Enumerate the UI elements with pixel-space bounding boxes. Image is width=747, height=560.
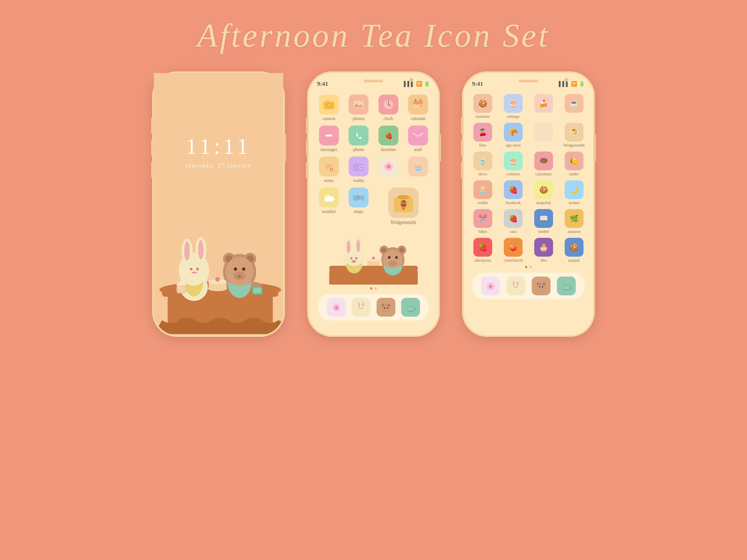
app-messages[interactable]: messages xyxy=(315,126,342,152)
right-battery-icon: 🔋 xyxy=(579,81,585,87)
hm-icon: ✂️ xyxy=(473,209,492,228)
icon-settings[interactable]: 🎂 settings xyxy=(499,94,527,119)
center-status-time: 9:41 xyxy=(317,80,328,87)
app-calendar[interactable]: calendar xyxy=(405,95,432,121)
icon-zara[interactable]: 🍓 zara xyxy=(499,209,527,234)
calendar-label: calendar xyxy=(411,116,426,121)
mail-label: mail xyxy=(414,147,422,152)
appstore-label: app store xyxy=(506,143,521,148)
icon-cup[interactable]: ☕ xyxy=(560,94,588,119)
icon-tinder[interactable]: 🍋 tinder xyxy=(560,152,588,177)
svg-point-23 xyxy=(242,267,246,271)
icon-paypal[interactable]: 🍪 paypal xyxy=(560,238,588,263)
app-notes[interactable]: notes xyxy=(315,157,342,183)
camera-label: camera xyxy=(323,116,335,121)
app-widgetsmith-center[interactable]: 🏺 Widgetsmith xyxy=(375,187,432,225)
svg-text:🍋: 🍋 xyxy=(570,157,579,165)
svg-point-86 xyxy=(350,257,353,259)
icon-files[interactable]: 🍒 files xyxy=(469,123,497,148)
svg-point-156 xyxy=(538,284,544,290)
app-phone[interactable]: phone xyxy=(345,126,372,152)
icon-snapchat[interactable]: 🍪 snapchat xyxy=(530,180,558,205)
app-cake[interactable]: 🧁 xyxy=(405,157,432,183)
date-display: thursday, 27 january xyxy=(186,162,252,169)
svg-point-73 xyxy=(324,197,330,202)
svg-point-153 xyxy=(537,283,540,285)
dock-tea[interactable] xyxy=(401,298,420,317)
contacts-label: contacts xyxy=(506,172,520,177)
svg-text:🥐: 🥐 xyxy=(509,128,518,137)
svg-text:🌸: 🌸 xyxy=(332,303,341,312)
svg-point-155 xyxy=(543,283,545,285)
icon-hbo[interactable]: 🎂 hbo xyxy=(530,238,558,263)
app-flower[interactable]: 🌸 xyxy=(375,157,402,183)
icon-crunchyroll[interactable]: 🍑 crunchyroll xyxy=(499,238,527,263)
icon-appstore[interactable]: 🥐 app store xyxy=(499,123,527,148)
svg-rect-119 xyxy=(408,311,413,312)
icon-calculator[interactable]: 🍩 calculator xyxy=(530,152,558,177)
dock-flower[interactable]: 🌸 xyxy=(327,298,346,317)
app-photos[interactable]: photos xyxy=(345,95,372,121)
phone-left: 11:11 thursday, 27 january xyxy=(152,71,285,337)
right-dock-bear[interactable] xyxy=(532,276,550,295)
svg-text:🍩: 🍩 xyxy=(539,157,548,165)
snapchat-icon: 🍪 xyxy=(534,180,553,199)
svg-point-88 xyxy=(352,260,356,263)
icon-aliexpress[interactable]: 🍓 aliexpress xyxy=(469,238,497,263)
svg-point-111 xyxy=(382,304,384,306)
files-label: files xyxy=(479,143,486,148)
icon-hm[interactable]: ✂️ h&m xyxy=(469,209,497,234)
paypal-icon: 🍪 xyxy=(565,238,584,257)
svg-point-7 xyxy=(198,240,204,259)
svg-text:🍵: 🍵 xyxy=(478,157,488,165)
tinder-icon: 🍋 xyxy=(565,152,584,170)
right-signal-icon: ▌▌▌ xyxy=(559,81,569,87)
icon-facebook[interactable]: 🍓 facebook xyxy=(499,180,527,205)
dock-rabbit[interactable] xyxy=(352,298,370,317)
app-clock[interactable]: clock xyxy=(375,95,402,121)
svg-point-97 xyxy=(395,256,398,259)
cake-icon: 🧁 xyxy=(408,157,428,177)
svg-text:🎂: 🎂 xyxy=(509,99,518,108)
icon-tumblr[interactable]: 📖 tumblr xyxy=(530,209,558,234)
app-weather[interactable]: weather xyxy=(315,187,342,225)
right-dock-rabbit[interactable] xyxy=(506,276,525,295)
svg-point-116 xyxy=(387,308,388,309)
app-camera[interactable]: camera xyxy=(315,95,342,121)
right-dock-tea[interactable] xyxy=(557,276,576,295)
right-dock-flower[interactable]: 🌸 xyxy=(481,276,500,295)
icon-widgetsmith-right[interactable]: 🍮 Widgetsmith xyxy=(560,123,588,148)
svg-text:🎂: 🎂 xyxy=(539,243,548,252)
tumblr-icon: 📖 xyxy=(534,209,553,228)
icon-reddit[interactable]: 🧁 reddit xyxy=(469,180,497,205)
icon-amazon[interactable]: 🌿 amazon xyxy=(560,209,588,234)
right-page-dots xyxy=(525,266,532,268)
svg-point-85 xyxy=(356,239,360,252)
tumblr-label: tumblr xyxy=(538,229,549,234)
svg-point-148 xyxy=(517,281,518,286)
app-mail[interactable]: mail xyxy=(405,126,432,152)
paypal-label: paypal xyxy=(569,258,579,263)
svg-point-53 xyxy=(328,134,330,137)
icon-drive[interactable]: 🍵 drive xyxy=(469,152,497,177)
app-facetime[interactable]: 🍓 facetime xyxy=(375,126,402,152)
svg-text:🍓: 🍓 xyxy=(509,214,518,223)
app-screen: camera photos clock xyxy=(309,89,438,335)
icon-translate[interactable]: 🍪 translate xyxy=(469,94,497,119)
svg-point-104 xyxy=(358,302,360,307)
svg-point-149 xyxy=(514,287,515,288)
wallet-icon xyxy=(349,157,368,177)
dock-bear[interactable] xyxy=(377,298,395,317)
phones-row: 11:11 thursday, 27 january xyxy=(152,71,595,337)
icon-cake-slice[interactable]: 🍰 xyxy=(530,94,558,119)
twitter-icon: 🌙 xyxy=(565,180,584,199)
blank1-icon xyxy=(534,123,553,141)
svg-text:✂️: ✂️ xyxy=(478,214,488,223)
app-wallet[interactable]: wallet xyxy=(345,157,372,183)
svg-point-8 xyxy=(190,268,192,270)
icon-contacts[interactable]: 🎂 contacts xyxy=(499,152,527,177)
icon-twitter[interactable]: 🌙 twitter xyxy=(560,180,588,205)
widgetsmith-center-icon: 🏺 xyxy=(388,187,419,218)
app-maps[interactable]: maps xyxy=(345,187,372,225)
svg-point-146 xyxy=(513,281,515,286)
